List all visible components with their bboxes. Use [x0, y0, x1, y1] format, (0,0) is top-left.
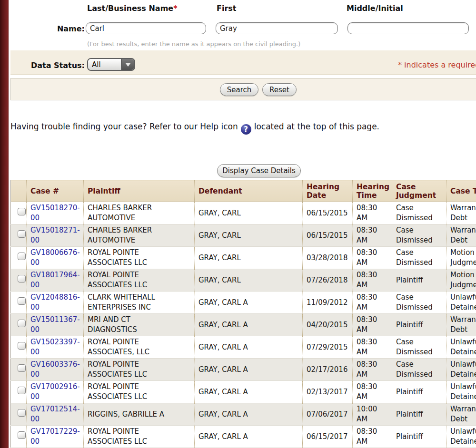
plaintiff-cell: CHARLES BARKER AUTOMOTIVE: [84, 224, 195, 247]
case-judgment-value: Case Dismissed: [396, 225, 438, 245]
dropdown-arrow-icon[interactable]: [121, 59, 134, 70]
defendant-cell: GRAY, CARL A: [195, 426, 303, 448]
table-row: GV17017229-00 ROYAL POINTE ASSOCIATES LL…: [11, 426, 476, 448]
case-number-link[interactable]: GV15018270-00: [30, 203, 81, 223]
hearing-date-cell: 03/28/2018: [303, 247, 353, 269]
defendant-value: GRAY, CARL A: [198, 321, 248, 329]
case-number-link[interactable]: GV18006676-00: [30, 248, 81, 268]
plaintiff-value: MRI AND CT DIAGNOSTICS: [88, 315, 172, 335]
hearing-date-cell: 07/29/2015: [303, 336, 353, 359]
defendant-value: GRAY, CARL: [198, 253, 241, 262]
case-number-link[interactable]: GV17017229-00: [30, 427, 81, 447]
hearing-date-value: 07/29/2015: [307, 343, 347, 351]
case-number-link[interactable]: GV18017964-00: [30, 270, 81, 290]
name-entry-hint: (For best results, enter the name as it …: [87, 40, 300, 48]
case-type-value: Unlawful Detainer: [450, 382, 476, 402]
help-question-icon[interactable]: ?: [241, 124, 251, 135]
hearing-time-value: 08:30 AM: [357, 203, 381, 223]
table-row: GV18017964-00 ROYAL POINTE ASSOCIATES LL…: [11, 269, 476, 292]
case-number-link[interactable]: GV15023397-00: [30, 337, 81, 357]
row-checkbox[interactable]: [18, 275, 26, 282]
case-number-link[interactable]: GV15018271-00: [30, 225, 81, 245]
defendant-cell: GRAY, CARL A: [195, 381, 303, 403]
case-number-link[interactable]: GV12048816-00: [30, 292, 81, 312]
last-business-name-label: Last/Business Name*: [87, 4, 178, 13]
hearing-time-value: 08:30 AM: [357, 382, 381, 402]
case-judgment-value: Plaintiff: [396, 432, 423, 442]
plaintiff-value: ROYAL POINTE ASSOCIATES LLC: [88, 270, 172, 290]
help-text-after: located at the top of this page.: [254, 122, 379, 131]
plaintiff-value: ROYAL POINTE ASSOCIATES, LLC: [88, 337, 172, 357]
defendant-value: GRAY, CARL A: [198, 410, 248, 419]
data-status-select[interactable]: All: [87, 58, 135, 71]
row-checkbox[interactable]: [18, 297, 26, 305]
case-type-value: Warrant in Debt: [450, 225, 476, 245]
case-results-table: Case # Plaintiff Defendant Hearing Date …: [10, 180, 476, 448]
hearing-time-value: 08:30 AM: [357, 270, 381, 290]
defendant-cell: GRAY, CARL: [195, 269, 303, 292]
defendant-cell: GRAY, CARL: [195, 224, 303, 247]
plaintiff-cell: CLARK WHITEHALL ENTERPRISES INC: [84, 292, 195, 314]
plaintiff-cell: ROYAL POINTE ASSOCIATES LLC: [84, 269, 195, 292]
case-number-cell: GV12048816-00: [27, 292, 84, 314]
case-type-value: Warrant in Debt: [450, 404, 476, 424]
case-type-cell: Warrant in Debt: [446, 202, 476, 224]
plaintiff-value: ROYAL POINTE ASSOCIATES LLC: [88, 248, 172, 268]
hearing-time-cell: 08:30 AM: [353, 381, 392, 403]
case-number-link[interactable]: GV17002916-00: [30, 382, 81, 402]
display-case-details-button[interactable]: Display Case Details: [217, 164, 301, 177]
case-number-cell: GV17002916-00: [27, 381, 84, 403]
row-checkbox[interactable]: [18, 342, 26, 350]
hearing-time-cell: 08:30 AM: [353, 314, 392, 336]
middle-initial-input[interactable]: [347, 22, 469, 34]
first-name-input[interactable]: [216, 22, 338, 34]
plaintiff-cell: ROYAL POINTE ASSOCIATES LLC: [84, 426, 195, 448]
case-judgment-cell: Plaintiff: [392, 381, 446, 403]
row-checkbox[interactable]: [18, 364, 26, 372]
plaintiff-column-header: Plaintiff: [84, 180, 195, 202]
middle-initial-label: Middle/Initial: [347, 4, 403, 13]
hearing-date-cell: 04/20/2015: [303, 314, 353, 336]
plaintiff-value: ROYAL POINTE ASSOCIATES LLC: [88, 360, 172, 380]
case-type-value: Unlawful Detainer: [450, 427, 476, 447]
name-row-label: Name:: [29, 24, 85, 33]
case-number-link[interactable]: GV17012514-00: [30, 404, 81, 424]
hearing-date-cell: 02/17/2016: [303, 359, 353, 381]
case-number-link[interactable]: GV15011367-00: [30, 315, 81, 335]
defendant-cell: GRAY, CARL A: [195, 314, 303, 336]
case-type-value: Unlawful Detainer: [450, 292, 476, 312]
defendant-value: GRAY, CARL A: [198, 432, 248, 441]
search-button[interactable]: Search: [220, 83, 258, 96]
plaintiff-cell: CHARLES BARKER AUTOMOTIVE: [84, 202, 195, 224]
case-number-link[interactable]: GV16003376-00: [30, 360, 81, 380]
hearing-time-cell: 08:30 AM: [353, 247, 392, 269]
row-checkbox[interactable]: [18, 409, 26, 417]
plaintiff-value: CHARLES BARKER AUTOMOTIVE: [88, 225, 172, 245]
plaintiff-value: CLARK WHITEHALL ENTERPRISES INC: [88, 292, 172, 312]
hearing-date-value: 06/15/2015: [307, 231, 347, 240]
case-number-cell: GV17012514-00: [27, 403, 84, 426]
row-select-cell: [11, 426, 27, 448]
row-checkbox[interactable]: [18, 387, 26, 394]
case-number-cell: GV17017229-00: [27, 426, 84, 448]
defendant-value: GRAY, CARL A: [198, 365, 248, 374]
row-checkbox[interactable]: [18, 208, 26, 215]
case-judgment-value: Plaintiff: [396, 387, 423, 397]
last-business-name-input[interactable]: [86, 22, 206, 34]
help-text-before: Having trouble finding your case? Refer …: [10, 122, 238, 131]
row-checkbox[interactable]: [18, 320, 26, 327]
row-checkbox[interactable]: [18, 253, 26, 260]
hearing-date-value: 02/13/2017: [307, 388, 347, 396]
table-row: GV15023397-00 ROYAL POINTE ASSOCIATES, L…: [11, 336, 476, 359]
table-row: GV18006676-00 ROYAL POINTE ASSOCIATES LL…: [11, 247, 476, 269]
case-type-value: Motion for Judgment: [450, 270, 476, 290]
case-number-cell: GV15018270-00: [27, 202, 84, 224]
row-checkbox[interactable]: [18, 431, 26, 439]
row-checkbox[interactable]: [18, 230, 26, 238]
hearing-date-cell: 11/09/2012: [303, 292, 353, 314]
case-judgment-cell: Plaintiff: [392, 403, 446, 426]
row-select-cell: [11, 247, 27, 269]
hearing-date-value: 03/28/2018: [307, 253, 347, 262]
plaintiff-value: ROYAL POINTE ASSOCIATES LLC: [88, 427, 172, 447]
reset-button[interactable]: Reset: [262, 83, 297, 96]
